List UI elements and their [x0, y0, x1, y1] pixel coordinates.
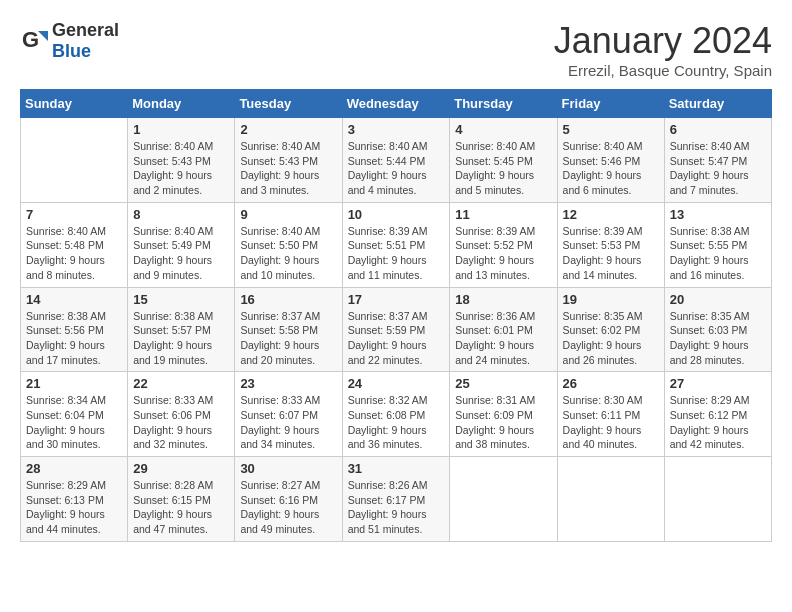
calendar-cell: 6Sunrise: 8:40 AMSunset: 5:47 PMDaylight… [664, 118, 771, 203]
day-info: Sunrise: 8:31 AMSunset: 6:09 PMDaylight:… [455, 393, 551, 452]
day-number: 19 [563, 292, 659, 307]
day-number: 11 [455, 207, 551, 222]
day-number: 25 [455, 376, 551, 391]
calendar-cell: 3Sunrise: 8:40 AMSunset: 5:44 PMDaylight… [342, 118, 450, 203]
calendar-cell: 4Sunrise: 8:40 AMSunset: 5:45 PMDaylight… [450, 118, 557, 203]
day-number: 2 [240, 122, 336, 137]
day-number: 7 [26, 207, 122, 222]
weekday-header: Tuesday [235, 90, 342, 118]
day-info: Sunrise: 8:33 AMSunset: 6:07 PMDaylight:… [240, 393, 336, 452]
calendar-cell [450, 457, 557, 542]
day-number: 16 [240, 292, 336, 307]
day-info: Sunrise: 8:36 AMSunset: 6:01 PMDaylight:… [455, 309, 551, 368]
calendar-cell: 8Sunrise: 8:40 AMSunset: 5:49 PMDaylight… [128, 202, 235, 287]
logo-icon: G [20, 27, 48, 55]
calendar-cell: 17Sunrise: 8:37 AMSunset: 5:59 PMDayligh… [342, 287, 450, 372]
weekday-header: Saturday [664, 90, 771, 118]
calendar-cell: 16Sunrise: 8:37 AMSunset: 5:58 PMDayligh… [235, 287, 342, 372]
day-info: Sunrise: 8:39 AMSunset: 5:53 PMDaylight:… [563, 224, 659, 283]
calendar-week-row: 7Sunrise: 8:40 AMSunset: 5:48 PMDaylight… [21, 202, 772, 287]
calendar-cell: 31Sunrise: 8:26 AMSunset: 6:17 PMDayligh… [342, 457, 450, 542]
calendar-week-row: 14Sunrise: 8:38 AMSunset: 5:56 PMDayligh… [21, 287, 772, 372]
day-number: 17 [348, 292, 445, 307]
day-info: Sunrise: 8:40 AMSunset: 5:46 PMDaylight:… [563, 139, 659, 198]
day-info: Sunrise: 8:33 AMSunset: 6:06 PMDaylight:… [133, 393, 229, 452]
day-number: 8 [133, 207, 229, 222]
day-info: Sunrise: 8:40 AMSunset: 5:48 PMDaylight:… [26, 224, 122, 283]
calendar-cell: 18Sunrise: 8:36 AMSunset: 6:01 PMDayligh… [450, 287, 557, 372]
day-number: 27 [670, 376, 766, 391]
day-info: Sunrise: 8:38 AMSunset: 5:55 PMDaylight:… [670, 224, 766, 283]
day-info: Sunrise: 8:40 AMSunset: 5:49 PMDaylight:… [133, 224, 229, 283]
calendar-subtitle: Errezil, Basque Country, Spain [554, 62, 772, 79]
day-number: 26 [563, 376, 659, 391]
calendar-cell: 22Sunrise: 8:33 AMSunset: 6:06 PMDayligh… [128, 372, 235, 457]
day-info: Sunrise: 8:26 AMSunset: 6:17 PMDaylight:… [348, 478, 445, 537]
day-number: 30 [240, 461, 336, 476]
weekday-header: Thursday [450, 90, 557, 118]
day-info: Sunrise: 8:39 AMSunset: 5:51 PMDaylight:… [348, 224, 445, 283]
calendar-cell [21, 118, 128, 203]
page-header: G General Blue January 2024 Errezil, Bas… [20, 20, 772, 79]
day-info: Sunrise: 8:40 AMSunset: 5:50 PMDaylight:… [240, 224, 336, 283]
calendar-week-row: 28Sunrise: 8:29 AMSunset: 6:13 PMDayligh… [21, 457, 772, 542]
day-info: Sunrise: 8:34 AMSunset: 6:04 PMDaylight:… [26, 393, 122, 452]
day-info: Sunrise: 8:28 AMSunset: 6:15 PMDaylight:… [133, 478, 229, 537]
day-number: 20 [670, 292, 766, 307]
weekday-header: Sunday [21, 90, 128, 118]
calendar-cell: 28Sunrise: 8:29 AMSunset: 6:13 PMDayligh… [21, 457, 128, 542]
day-info: Sunrise: 8:40 AMSunset: 5:43 PMDaylight:… [133, 139, 229, 198]
day-number: 21 [26, 376, 122, 391]
svg-text:G: G [22, 27, 39, 52]
day-number: 18 [455, 292, 551, 307]
calendar-week-row: 1Sunrise: 8:40 AMSunset: 5:43 PMDaylight… [21, 118, 772, 203]
calendar-week-row: 21Sunrise: 8:34 AMSunset: 6:04 PMDayligh… [21, 372, 772, 457]
calendar-cell: 11Sunrise: 8:39 AMSunset: 5:52 PMDayligh… [450, 202, 557, 287]
day-info: Sunrise: 8:27 AMSunset: 6:16 PMDaylight:… [240, 478, 336, 537]
day-info: Sunrise: 8:35 AMSunset: 6:03 PMDaylight:… [670, 309, 766, 368]
calendar-cell: 24Sunrise: 8:32 AMSunset: 6:08 PMDayligh… [342, 372, 450, 457]
day-number: 4 [455, 122, 551, 137]
day-info: Sunrise: 8:37 AMSunset: 5:58 PMDaylight:… [240, 309, 336, 368]
day-info: Sunrise: 8:38 AMSunset: 5:56 PMDaylight:… [26, 309, 122, 368]
calendar-cell: 7Sunrise: 8:40 AMSunset: 5:48 PMDaylight… [21, 202, 128, 287]
day-info: Sunrise: 8:39 AMSunset: 5:52 PMDaylight:… [455, 224, 551, 283]
calendar-cell [557, 457, 664, 542]
day-info: Sunrise: 8:35 AMSunset: 6:02 PMDaylight:… [563, 309, 659, 368]
day-number: 23 [240, 376, 336, 391]
day-number: 13 [670, 207, 766, 222]
calendar-cell: 14Sunrise: 8:38 AMSunset: 5:56 PMDayligh… [21, 287, 128, 372]
day-number: 12 [563, 207, 659, 222]
weekday-header-row: SundayMondayTuesdayWednesdayThursdayFrid… [21, 90, 772, 118]
day-info: Sunrise: 8:30 AMSunset: 6:11 PMDaylight:… [563, 393, 659, 452]
day-number: 3 [348, 122, 445, 137]
calendar-cell: 19Sunrise: 8:35 AMSunset: 6:02 PMDayligh… [557, 287, 664, 372]
calendar-cell: 1Sunrise: 8:40 AMSunset: 5:43 PMDaylight… [128, 118, 235, 203]
calendar-cell: 26Sunrise: 8:30 AMSunset: 6:11 PMDayligh… [557, 372, 664, 457]
calendar-cell: 9Sunrise: 8:40 AMSunset: 5:50 PMDaylight… [235, 202, 342, 287]
calendar-cell: 10Sunrise: 8:39 AMSunset: 5:51 PMDayligh… [342, 202, 450, 287]
day-info: Sunrise: 8:40 AMSunset: 5:43 PMDaylight:… [240, 139, 336, 198]
calendar-cell: 5Sunrise: 8:40 AMSunset: 5:46 PMDaylight… [557, 118, 664, 203]
day-info: Sunrise: 8:37 AMSunset: 5:59 PMDaylight:… [348, 309, 445, 368]
weekday-header: Monday [128, 90, 235, 118]
day-info: Sunrise: 8:32 AMSunset: 6:08 PMDaylight:… [348, 393, 445, 452]
day-number: 9 [240, 207, 336, 222]
calendar-cell: 30Sunrise: 8:27 AMSunset: 6:16 PMDayligh… [235, 457, 342, 542]
calendar-cell: 15Sunrise: 8:38 AMSunset: 5:57 PMDayligh… [128, 287, 235, 372]
weekday-header: Wednesday [342, 90, 450, 118]
day-number: 14 [26, 292, 122, 307]
day-number: 15 [133, 292, 229, 307]
logo-blue: Blue [52, 41, 91, 61]
day-info: Sunrise: 8:40 AMSunset: 5:45 PMDaylight:… [455, 139, 551, 198]
day-number: 28 [26, 461, 122, 476]
logo: G General Blue [20, 20, 119, 62]
day-info: Sunrise: 8:29 AMSunset: 6:13 PMDaylight:… [26, 478, 122, 537]
day-info: Sunrise: 8:40 AMSunset: 5:44 PMDaylight:… [348, 139, 445, 198]
title-block: January 2024 Errezil, Basque Country, Sp… [554, 20, 772, 79]
day-info: Sunrise: 8:40 AMSunset: 5:47 PMDaylight:… [670, 139, 766, 198]
day-number: 29 [133, 461, 229, 476]
calendar-cell: 20Sunrise: 8:35 AMSunset: 6:03 PMDayligh… [664, 287, 771, 372]
calendar-cell: 25Sunrise: 8:31 AMSunset: 6:09 PMDayligh… [450, 372, 557, 457]
day-number: 5 [563, 122, 659, 137]
